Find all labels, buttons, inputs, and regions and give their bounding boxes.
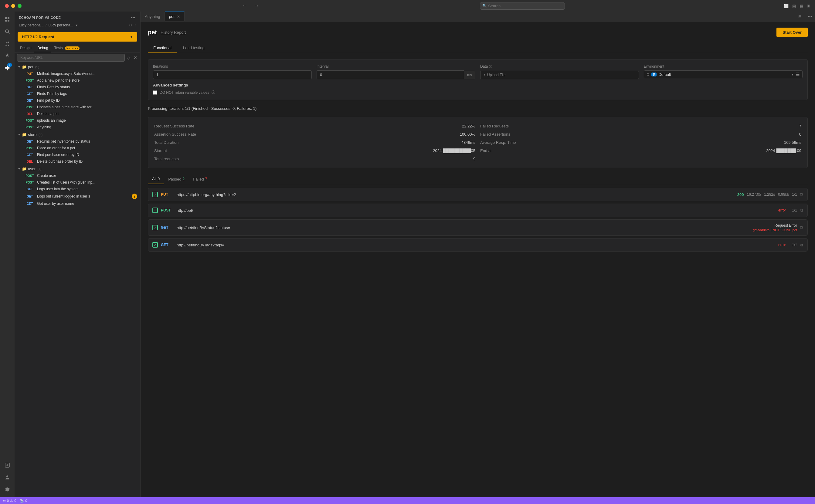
workspace-chevron[interactable]: ▼	[75, 24, 78, 27]
tab-anything[interactable]: Anything	[140, 12, 165, 21]
results-tab-all[interactable]: All 9	[148, 174, 164, 184]
req-time: 16:27:05	[747, 192, 761, 197]
start-over-btn[interactable]: Start Over	[776, 28, 808, 37]
results-tab-passed[interactable]: Passed 2	[164, 174, 189, 184]
list-item[interactable]: GET Returns pet inventories by status	[16, 138, 139, 145]
list-item[interactable]: GET Find purchase order by ID	[16, 151, 139, 158]
tab-debug[interactable]: Debug	[34, 44, 51, 52]
layout-icon-2[interactable]: ▤	[792, 4, 796, 8]
retain-vars-checkbox[interactable]	[153, 90, 157, 95]
layout-icon-4[interactable]: ⊞	[807, 4, 810, 8]
tab-pet[interactable]: pet ✕	[165, 12, 184, 21]
list-item[interactable]: DEL Delete purchase order by ID	[16, 158, 139, 165]
list-item[interactable]: POST Updates a pet in the store with for…	[16, 104, 139, 110]
copy-icon[interactable]: ⧉	[800, 225, 803, 230]
list-item[interactable]: POST Anything	[16, 124, 139, 130]
activity-extensions[interactable]	[2, 50, 13, 61]
environment-label: Environment	[644, 64, 803, 69]
method-badge: POST	[24, 146, 35, 150]
group-store-header[interactable]: ▼ 📁 store (4)	[16, 131, 139, 138]
copy-icon[interactable]: ⧉	[800, 192, 803, 197]
list-item[interactable]: DEL Deletes a pet	[16, 110, 139, 117]
pet-chevron: ▼	[18, 65, 21, 69]
svg-rect-1	[8, 17, 9, 19]
list-item[interactable]: GET Get user by user name	[16, 200, 139, 207]
request-check[interactable]: ✓	[152, 208, 158, 213]
more-options-icon[interactable]: •••	[130, 15, 136, 21]
interval-input[interactable]	[316, 70, 464, 79]
env-menu-icon[interactable]: ☰	[796, 72, 800, 77]
more-actions-btn[interactable]: •••	[805, 12, 815, 21]
sync-icon[interactable]: ⟳	[129, 23, 132, 27]
tab-pet-close[interactable]: ✕	[177, 15, 180, 19]
results-tab-failed[interactable]: Failed 7	[189, 174, 211, 184]
activity-explorer[interactable]	[2, 14, 13, 25]
status-info[interactable]: 📡 0	[20, 499, 27, 503]
antenna-icon: 📡	[20, 499, 24, 503]
request-btn[interactable]: HTTP1/2 Request ▼	[18, 32, 137, 42]
history-report-link[interactable]: History Report	[161, 30, 186, 35]
request-check[interactable]: ✓	[152, 242, 158, 248]
settings-row-main: Iterations Interval ms Data ⓘ	[153, 64, 803, 79]
copy-icon[interactable]: ⧉	[800, 242, 803, 248]
maximize-window-btn[interactable]	[18, 4, 22, 8]
sidebar-search-clear-btn[interactable]: ✕	[133, 55, 138, 61]
group-user-header[interactable]: ▼ 📁 user (7)	[16, 165, 139, 172]
group-pet-header[interactable]: ▼ 📁 pet (9)	[16, 63, 139, 70]
tab-tests[interactable]: Tests No Limits	[51, 44, 83, 52]
stat-total-requests: Total requests 9	[154, 155, 475, 163]
method-badge: POST	[24, 125, 35, 129]
list-item[interactable]: GET Logs out current logged in user s 2	[16, 192, 139, 200]
environment-selector[interactable]: ⊙ D Default ▼ ☰	[644, 70, 803, 78]
request-check[interactable]: ✓	[152, 225, 158, 230]
sidebar-search-input[interactable]	[17, 54, 125, 62]
svg-point-7	[8, 42, 9, 43]
retain-vars-help-icon[interactable]: ⓘ	[211, 90, 215, 95]
sidebar-search-filter-btn[interactable]: ◇	[127, 55, 131, 61]
group-store: ▼ 📁 store (4) GET Returns pet inventorie…	[16, 131, 139, 165]
layout-icon-3[interactable]: ▦	[800, 4, 803, 8]
list-item[interactable]: POST uploads an image	[16, 117, 139, 124]
activity-packages[interactable]	[2, 460, 13, 471]
tab-design[interactable]: Design	[17, 44, 34, 52]
list-item[interactable]: GET Finds Pets by status	[16, 84, 139, 90]
method-badge: GET	[24, 140, 35, 144]
activity-api[interactable]: 1	[2, 63, 13, 73]
activity-user[interactable]	[2, 472, 13, 483]
activity-search[interactable]	[2, 26, 13, 37]
list-item[interactable]: GET Find pet by ID	[16, 97, 139, 104]
forward-btn[interactable]: →	[252, 2, 261, 9]
request-row: ✓ POST http://pet/ error 1/1 ⧉	[148, 204, 808, 217]
list-item[interactable]: GET Logs user into the system	[16, 186, 139, 192]
tab-functional[interactable]: Functional	[148, 43, 177, 53]
request-btn-label: HTTP1/2 Request	[22, 35, 54, 39]
processing-bar: Processing Iteration: 1/1 (Finished - Su…	[148, 105, 808, 112]
list-item[interactable]: GET Finds Pets by tags	[16, 90, 139, 97]
status-errors[interactable]: ⊗ 0 ⚠ 0	[3, 499, 16, 503]
upload-icon[interactable]: ↑	[134, 23, 136, 27]
list-item[interactable]: POST Place an order for a pet	[16, 145, 139, 151]
tab-load-testing[interactable]: Load testing	[177, 43, 210, 53]
list-item[interactable]: POST Creates list of users with given in…	[16, 179, 139, 186]
iterations-input[interactable]	[153, 70, 312, 79]
upload-icon: ↑	[484, 73, 485, 77]
request-check[interactable]: ✓	[152, 192, 158, 197]
list-item[interactable]: PUT Method: images.asyncBatchAnnot...	[16, 70, 139, 77]
interval-field: Interval ms	[316, 64, 475, 79]
activity-settings[interactable]	[2, 484, 13, 495]
req-method: GET	[161, 243, 174, 247]
activity-git[interactable]	[2, 38, 13, 49]
split-editor-btn[interactable]: ⊞	[795, 12, 805, 21]
upload-btn[interactable]: ↑ Upload File	[480, 71, 639, 79]
layout-icon-1[interactable]: ⬜	[784, 4, 789, 8]
search-input[interactable]	[480, 2, 565, 10]
list-item[interactable]: POST Add a new pet to the store	[16, 77, 139, 84]
list-item[interactable]: POST Create user	[16, 172, 139, 179]
close-window-btn[interactable]	[5, 4, 9, 8]
copy-icon[interactable]: ⧉	[800, 208, 803, 213]
group-pet: ▼ 📁 pet (9) PUT Method: images.asyncBatc…	[16, 63, 139, 130]
data-info-icon[interactable]: ⓘ	[489, 65, 492, 68]
minimize-window-btn[interactable]	[11, 4, 15, 8]
back-btn[interactable]: ←	[240, 2, 249, 9]
data-field: Data ⓘ ↑ Upload File	[480, 64, 639, 79]
